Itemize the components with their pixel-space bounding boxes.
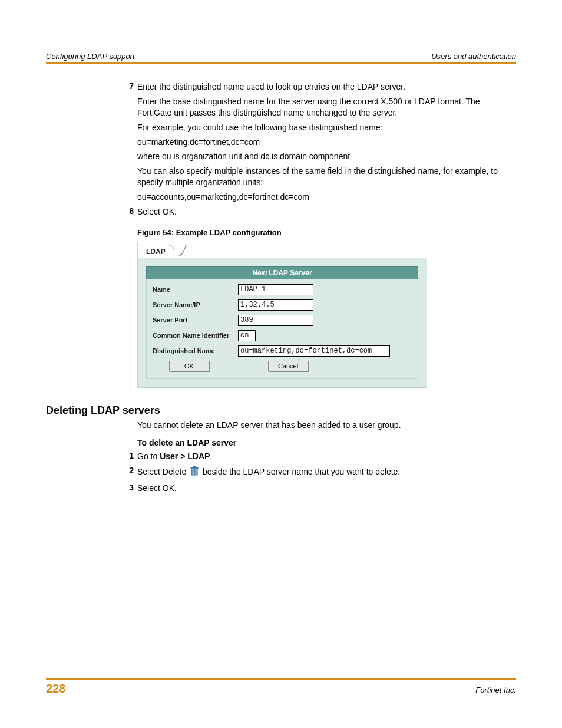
name-input[interactable]: LDAP_1: [238, 284, 313, 295]
dn-label: Distinguished Name: [153, 347, 238, 354]
body-text: Go to User > LDAP.: [137, 451, 516, 462]
body-text: where ou is organization unit and dc is …: [137, 151, 516, 162]
page-footer: 228 Fortinet Inc.: [46, 678, 516, 696]
name-label: Name: [153, 286, 238, 293]
body-text: Enter the distinguished name used to loo…: [137, 81, 516, 93]
body-text: For example, you could use the following…: [137, 122, 516, 133]
server-label: Server Name/IP: [153, 301, 238, 308]
ldap-tab[interactable]: LDAP: [140, 245, 174, 258]
body-text: Select Delete beside the LDAP server nam…: [137, 466, 516, 479]
dn-input[interactable]: ou=marketing,dc=fortinet,dc=com: [238, 345, 390, 357]
running-header: Configuring LDAP support Users and authe…: [46, 52, 516, 64]
delete-step-3: 3 Select OK.: [137, 483, 516, 494]
footer-company: Fortinet Inc.: [475, 686, 516, 694]
form-title: New LDAP Server: [146, 266, 418, 279]
page-number: 228: [46, 682, 65, 696]
step-number: 8: [116, 206, 134, 216]
step-number: 2: [116, 466, 134, 475]
trash-icon: [190, 466, 199, 479]
svg-rect-5: [193, 466, 196, 467]
body-text: Enter the base distinguished name for th…: [137, 96, 516, 118]
body-text: You can also specify multiple instances …: [137, 166, 516, 188]
step-number: 3: [116, 483, 134, 492]
figure-caption: Figure 54: Example LDAP configuration: [137, 228, 516, 237]
tab-curve-icon: [177, 245, 187, 258]
step-number: 7: [116, 81, 134, 91]
body-text: Select OK.: [137, 206, 516, 218]
step-7: 7 Enter the distinguished name used to l…: [137, 81, 516, 203]
step-8: 8 Select OK.: [137, 206, 516, 218]
delete-step-2: 2 Select Delete beside the LDAP server n…: [137, 466, 516, 479]
section-heading: Deleting LDAP servers: [46, 404, 516, 417]
header-left: Configuring LDAP support: [46, 52, 135, 61]
ok-button[interactable]: OK: [169, 361, 209, 371]
ldap-config-screenshot: LDAP New LDAP Server Name LDAP_1 Server …: [137, 242, 427, 388]
cn-input[interactable]: cn: [238, 330, 256, 341]
body-text: Select OK.: [137, 483, 516, 494]
step-number: 1: [116, 451, 134, 460]
cancel-button[interactable]: Cancel: [268, 361, 308, 371]
port-label: Server Port: [153, 317, 238, 324]
header-right: Users and authentication: [431, 52, 516, 61]
server-input[interactable]: 1.32.4.5: [238, 299, 313, 311]
delete-step-1: 1 Go to User > LDAP.: [137, 451, 516, 462]
body-text: ou=marketing,dc=fortinet,dc=com: [137, 137, 516, 148]
procedure-heading: To delete an LDAP server: [137, 438, 516, 447]
port-input[interactable]: 389: [238, 315, 313, 326]
cn-label: Common Name Identifier: [153, 332, 238, 339]
body-text: You cannot delete an LDAP server that ha…: [137, 420, 516, 430]
body-text: ou=accounts,ou=marketing,dc=fortinet,dc=…: [137, 192, 516, 203]
